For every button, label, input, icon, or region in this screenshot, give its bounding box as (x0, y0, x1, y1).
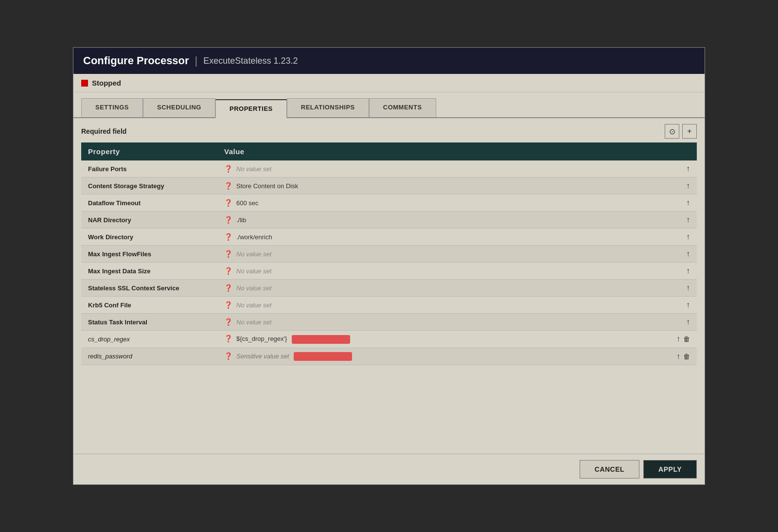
required-field-label: Required field (81, 127, 126, 135)
required-row: Required field ⊙ + (81, 124, 697, 139)
upload-icon[interactable]: ↑ (686, 266, 690, 275)
stopped-indicator (81, 80, 88, 87)
info-icon[interactable]: ❓ (224, 335, 232, 342)
info-icon[interactable]: ❓ (224, 267, 232, 275)
property-name-cell: Dataflow Timeout (81, 195, 217, 212)
dialog-subtitle: ExecuteStateless 1.23.2 (203, 56, 298, 66)
info-icon[interactable]: ❓ (224, 182, 232, 190)
action-cell: ↑ (658, 229, 697, 246)
property-value-cell[interactable]: ❓${cs_drop_regex'} (217, 331, 658, 348)
upload-icon[interactable]: ↑ (686, 318, 690, 326)
info-icon[interactable]: ❓ (224, 199, 232, 207)
properties-table-wrapper: Property Value Failure Ports❓No value se… (81, 142, 697, 448)
property-value-cell[interactable]: ❓No value set (217, 280, 658, 297)
table-row: NAR Directory❓./lib↑ (81, 212, 697, 229)
property-name-cell: Max Ingest Data Size (81, 263, 217, 280)
property-name-cell: Status Task Interval (81, 314, 217, 331)
upload-icon[interactable]: ↑ (676, 335, 680, 343)
property-value-cell[interactable]: ❓600 sec (217, 195, 658, 212)
property-name-cell: Work Directory (81, 229, 217, 246)
property-value-cell[interactable]: ❓No value set (217, 160, 658, 177)
table-row: Max Ingest FlowFiles❓No value set↑ (81, 246, 697, 263)
property-name-cell: Krb5 Conf File (81, 297, 217, 314)
upload-icon[interactable]: ↑ (686, 198, 690, 207)
table-row: Dataflow Timeout❓600 sec↑ (81, 195, 697, 212)
tab-properties[interactable]: PROPERTIES (215, 99, 287, 118)
dialog-separator: | (195, 54, 198, 67)
property-name-cell: Max Ingest FlowFiles (81, 246, 217, 263)
property-value-cell[interactable]: ❓No value set (217, 297, 658, 314)
info-icon[interactable]: ❓ (224, 216, 232, 224)
upload-icon[interactable]: ↑ (676, 352, 680, 361)
table-row: Stateless SSL Context Service❓No value s… (81, 280, 697, 297)
property-name-cell: Failure Ports (81, 160, 217, 177)
action-cell: ↑ (658, 177, 697, 195)
property-value-cell[interactable]: ❓No value set (217, 314, 658, 331)
cancel-button[interactable]: CANCEL (580, 460, 639, 479)
configure-processor-dialog: Configure Processor | ExecuteStateless 1… (73, 47, 705, 485)
tab-settings[interactable]: SETTINGS (81, 98, 143, 117)
upload-icon[interactable]: ↑ (686, 232, 690, 241)
info-icon[interactable]: ❓ (224, 318, 232, 326)
property-value: No value set (236, 319, 271, 326)
delete-icon[interactable]: 🗑 (683, 353, 690, 360)
add-property-button[interactable]: + (682, 124, 697, 139)
apply-button[interactable]: APPLY (643, 460, 697, 479)
property-name-cell: Stateless SSL Context Service (81, 280, 217, 297)
dialog-title: Configure Processor (83, 54, 189, 67)
property-value: No value set (236, 284, 271, 292)
dialog-header: Configure Processor | ExecuteStateless 1… (73, 48, 705, 74)
action-cell: ↑ (658, 195, 697, 212)
info-icon[interactable]: ❓ (224, 165, 232, 173)
tab-comments[interactable]: COMMENTS (369, 98, 436, 117)
action-cell: ↑🗑 (658, 331, 697, 348)
property-value: No value set (236, 250, 271, 258)
icon-buttons: ⊙ + (665, 124, 697, 139)
property-value: No value set (236, 165, 271, 173)
upload-icon[interactable]: ↑ (686, 215, 690, 224)
col-action-header (658, 142, 697, 160)
upload-icon[interactable]: ↑ (686, 249, 690, 258)
upload-icon[interactable]: ↑ (686, 284, 690, 292)
upload-icon[interactable]: ↑ (686, 164, 690, 173)
property-value-cell[interactable]: ❓Store Content on Disk (217, 177, 658, 195)
property-name-cell: Content Storage Strategy (81, 177, 217, 195)
property-value-cell[interactable]: ❓./work/enrich (217, 229, 658, 246)
table-row: redis_password❓Sensitive value set↑🗑 (81, 348, 697, 365)
table-header-row: Property Value (81, 142, 697, 160)
redacted-bar (292, 335, 350, 344)
property-value-cell[interactable]: ❓./lib (217, 212, 658, 229)
action-cell: ↑🗑 (658, 348, 697, 365)
property-value: No value set (236, 267, 271, 275)
action-cell: ↑ (658, 160, 697, 177)
delete-icon[interactable]: 🗑 (683, 335, 690, 343)
table-row: Krb5 Conf File❓No value set↑ (81, 297, 697, 314)
tab-relationships[interactable]: RELATIONSHIPS (287, 98, 369, 117)
info-icon[interactable]: ❓ (224, 352, 232, 360)
table-row: cs_drop_regex❓${cs_drop_regex'}↑🗑 (81, 331, 697, 348)
property-value-cell[interactable]: ❓Sensitive value set (217, 348, 658, 365)
table-scroll[interactable]: Property Value Failure Ports❓No value se… (81, 142, 697, 448)
action-cell: ↑ (658, 297, 697, 314)
action-cell: ↑ (658, 212, 697, 229)
content-area: Required field ⊙ + Property Value (73, 118, 705, 454)
property-value-cell[interactable]: ❓No value set (217, 263, 658, 280)
property-name-cell: NAR Directory (81, 212, 217, 229)
info-icon[interactable]: ❓ (224, 233, 232, 241)
upload-icon[interactable]: ↑ (686, 181, 690, 190)
dialog-footer: CANCEL APPLY (73, 454, 705, 484)
tab-scheduling[interactable]: SCHEDULING (143, 98, 215, 117)
property-name-cell: redis_password (81, 348, 217, 365)
table-row: Failure Ports❓No value set↑ (81, 160, 697, 177)
table-row: Content Storage Strategy❓Store Content o… (81, 177, 697, 195)
verify-button[interactable]: ⊙ (665, 124, 679, 139)
tabs-container: SETTINGS SCHEDULING PROPERTIES RELATIONS… (73, 92, 705, 118)
upload-icon[interactable]: ↑ (686, 301, 690, 309)
info-icon[interactable]: ❓ (224, 250, 232, 258)
table-row: Status Task Interval❓No value set↑ (81, 314, 697, 331)
action-cell: ↑ (658, 280, 697, 297)
info-icon[interactable]: ❓ (224, 301, 232, 309)
property-value: ./lib (236, 216, 246, 224)
info-icon[interactable]: ❓ (224, 284, 232, 292)
property-value-cell[interactable]: ❓No value set (217, 246, 658, 263)
